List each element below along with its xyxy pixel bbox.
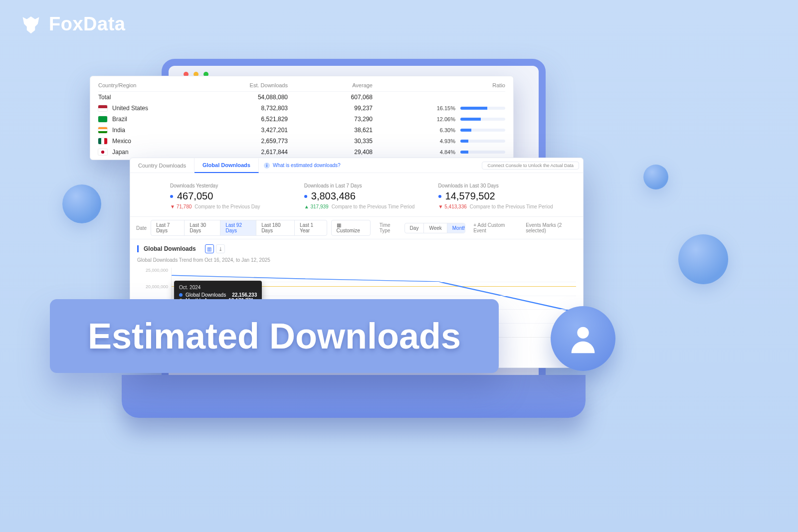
y-tick: 25,000,000 bbox=[137, 268, 168, 273]
downloads-value: 8,732,803 bbox=[223, 105, 288, 112]
country-name: Japan bbox=[112, 149, 129, 156]
date-pill[interactable]: Last 1 Year bbox=[295, 220, 327, 235]
average-value: 73,290 bbox=[288, 116, 373, 123]
chart-download-icon[interactable]: ⤓ bbox=[216, 244, 225, 253]
date-range-pills: Last 7 DaysLast 30 DaysLast 92 DaysLast … bbox=[151, 220, 327, 236]
average-value: 30,335 bbox=[288, 138, 373, 145]
svg-point-1 bbox=[577, 327, 589, 339]
kpi-note: Compare to the Previous Time Period bbox=[332, 204, 415, 209]
dot-icon bbox=[438, 195, 441, 198]
ratio-pct: 12.06% bbox=[430, 116, 455, 122]
table-row[interactable]: Brazil6,521,82973,29012.06% bbox=[98, 114, 505, 125]
col-ratio[interactable]: Ratio bbox=[373, 82, 505, 88]
time-pill[interactable]: Day bbox=[405, 223, 424, 233]
tab-country-downloads[interactable]: Country Downloads bbox=[130, 158, 195, 173]
y-tick: 20,000,000 bbox=[137, 284, 168, 289]
time-type-pills: DayWeekMonth bbox=[404, 223, 466, 233]
fox-icon bbox=[20, 13, 42, 35]
col-country[interactable]: Country/Region bbox=[98, 82, 223, 88]
time-pill[interactable]: Week bbox=[424, 223, 447, 233]
downloads-value: 2,617,844 bbox=[223, 149, 288, 156]
date-pill[interactable]: Last 92 Days bbox=[220, 220, 256, 235]
total-label: Total bbox=[98, 94, 111, 101]
accent-bar bbox=[137, 245, 139, 252]
country-name: India bbox=[112, 127, 125, 134]
flag-icon bbox=[98, 138, 107, 144]
decoration-sphere bbox=[643, 165, 668, 189]
customize-date-button[interactable]: ▦ Customize bbox=[331, 220, 371, 236]
connect-console-button[interactable]: Connect Console to Unlock the Actual Dat… bbox=[482, 162, 579, 170]
kpi-value: 3,803,486 bbox=[311, 190, 356, 202]
brand-name: FoxData bbox=[49, 13, 125, 35]
total-average: 607,068 bbox=[288, 94, 373, 101]
tab-global-downloads[interactable]: Global Downloads bbox=[195, 159, 259, 173]
country-name: Brazil bbox=[112, 116, 127, 123]
ratio-bar bbox=[460, 140, 505, 143]
dot-icon bbox=[304, 195, 307, 198]
dot-icon bbox=[170, 195, 173, 198]
col-average[interactable]: Average bbox=[288, 82, 373, 88]
chart-title: Global Downloads bbox=[144, 245, 196, 252]
brand-logo: FoxData bbox=[20, 13, 125, 35]
ratio-pct: 16.15% bbox=[430, 105, 455, 111]
events-marks-button[interactable]: Events Marks (2 selected) bbox=[526, 222, 578, 233]
kpi-note: Compare to the Previous Day bbox=[195, 204, 260, 209]
table-row-total: Total 54,088,080 607,068 bbox=[98, 92, 505, 103]
date-pill[interactable]: Last 30 Days bbox=[185, 220, 220, 235]
flag-icon bbox=[98, 149, 107, 155]
title-banner: Estimated Downloads bbox=[50, 299, 499, 373]
ratio-bar bbox=[460, 151, 505, 154]
downloads-value: 6,521,829 bbox=[223, 116, 288, 123]
table-row[interactable]: India3,427,20138,6216.30% bbox=[98, 125, 505, 136]
tooltip-month: Oct. 2024 bbox=[179, 285, 257, 290]
country-name: Mexico bbox=[112, 138, 131, 145]
banner-text: Estimated Downloads bbox=[88, 316, 461, 356]
ratio-bar bbox=[460, 129, 505, 132]
calendar-icon: ▦ bbox=[337, 222, 341, 228]
average-value: 29,408 bbox=[288, 149, 373, 156]
avatar-badge bbox=[551, 306, 615, 371]
downloads-value: 2,659,773 bbox=[223, 138, 288, 145]
table-row[interactable]: Mexico2,659,77330,3354.93% bbox=[98, 136, 505, 147]
kpi-value: 467,050 bbox=[177, 190, 213, 202]
person-icon bbox=[566, 321, 600, 356]
kpi-card: Downloads Yesterday467,050▼ 71,780Compar… bbox=[170, 183, 285, 209]
ratio-pct: 4.84% bbox=[430, 149, 455, 155]
kpi-card: Downloads in Last 30 Days14,579,502▼ 5,4… bbox=[438, 183, 553, 209]
date-label: Date bbox=[136, 225, 147, 231]
ratio-pct: 6.30% bbox=[430, 127, 455, 133]
downloads-value: 3,427,201 bbox=[223, 127, 288, 134]
kpi-note: Compare to the Previous Time Period bbox=[470, 204, 553, 209]
ratio-bar bbox=[460, 107, 505, 110]
time-pill[interactable]: Month bbox=[447, 223, 465, 233]
ratio-pct: 4.93% bbox=[430, 138, 455, 144]
average-value: 99,237 bbox=[288, 105, 373, 112]
info-link[interactable]: i What is estimated downloads? bbox=[264, 163, 341, 169]
country-name: United States bbox=[112, 105, 148, 112]
date-pill[interactable]: Last 180 Days bbox=[256, 220, 295, 235]
kpi-label: Downloads in Last 30 Days bbox=[438, 183, 553, 188]
flag-icon bbox=[98, 127, 107, 133]
kpi-delta: ▼ 5,413,336 bbox=[438, 204, 467, 209]
date-pill[interactable]: Last 7 Days bbox=[151, 220, 185, 235]
average-value: 38,621 bbox=[288, 127, 373, 134]
dot-icon bbox=[179, 293, 183, 297]
table-row[interactable]: Japan2,617,84429,4084.84% bbox=[98, 147, 505, 158]
flag-icon bbox=[98, 116, 107, 122]
total-downloads: 54,088,080 bbox=[223, 94, 288, 101]
chart-subtitle: Global Downloads Trend from Oct 16, 2024… bbox=[130, 255, 583, 265]
kpi-delta: ▼ 71,780 bbox=[170, 204, 192, 209]
table-row[interactable]: United States8,732,80399,23716.15% bbox=[98, 103, 505, 114]
kpi-card: Downloads in Last 7 Days3,803,486▲ 317,9… bbox=[304, 183, 419, 209]
kpi-delta: ▲ 317,939 bbox=[304, 204, 329, 209]
col-downloads[interactable]: Est. Downloads bbox=[223, 82, 288, 88]
flag-icon bbox=[98, 105, 107, 111]
kpi-label: Downloads in Last 7 Days bbox=[304, 183, 419, 188]
info-icon: i bbox=[264, 163, 270, 169]
kpi-label: Downloads Yesterday bbox=[170, 183, 285, 188]
chart-bar-icon[interactable]: ▥ bbox=[205, 244, 214, 253]
add-custom-event-button[interactable]: + Add Custom Event bbox=[473, 222, 515, 233]
country-downloads-panel: Country/Region Est. Downloads Average Ra… bbox=[90, 76, 514, 160]
decoration-sphere bbox=[678, 234, 728, 284]
decoration-sphere bbox=[62, 184, 101, 223]
